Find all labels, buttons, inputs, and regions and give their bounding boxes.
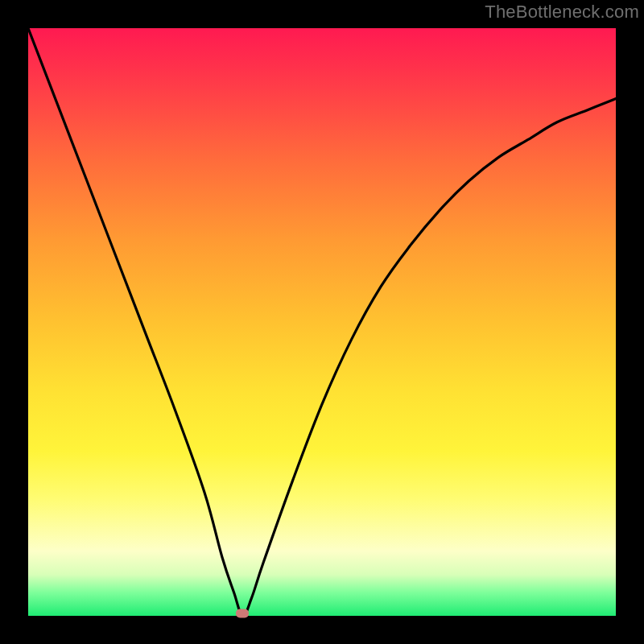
chart-plot-area <box>28 28 616 616</box>
watermark-text: TheBottleneck.com <box>485 2 639 23</box>
optimum-marker <box>236 609 249 618</box>
bottleneck-curve <box>28 28 616 616</box>
chart-frame: TheBottleneck.com <box>0 0 644 644</box>
